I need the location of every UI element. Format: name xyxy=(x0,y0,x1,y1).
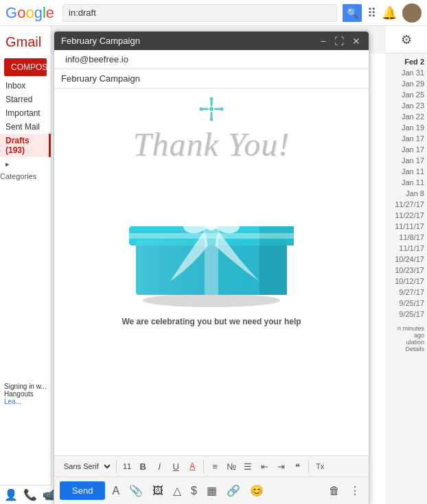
date-item-1012: 10/12/17 xyxy=(386,276,427,287)
italic-button[interactable]: I xyxy=(152,459,167,474)
sidebar-item-inbox[interactable]: Inbox xyxy=(0,79,51,93)
svg-point-6 xyxy=(210,118,214,121)
google-logo: Google xyxy=(5,4,54,22)
grid-icon[interactable]: ⠿ xyxy=(367,5,376,21)
indent-less-button[interactable]: ⇤ xyxy=(257,459,272,474)
format-toolbar: Sans Serif 11 B I U A ≡ № ☰ ⇤ ⇥ ❝ Tx xyxy=(54,455,369,477)
unordered-list-button[interactable]: ☰ xyxy=(240,459,255,474)
date-item-jan31: Jan 31 xyxy=(386,67,427,78)
svg-point-0 xyxy=(209,107,214,111)
to-value[interactable]: info@beefree.io xyxy=(65,54,128,64)
insert-money-button[interactable]: $ xyxy=(188,483,200,499)
date-item-1111: 11/11/17 xyxy=(386,221,427,232)
subject-value[interactable]: February Campaign xyxy=(61,73,140,84)
search-button[interactable]: 🔍 xyxy=(343,4,362,22)
delete-button[interactable]: 🗑 xyxy=(326,483,343,499)
attach-drive-button[interactable]: △ xyxy=(170,483,184,499)
top-bar: Google in:draft 🔍 ⠿ 🔔 xyxy=(0,0,427,26)
search-input[interactable]: in:draft xyxy=(69,8,331,18)
date-item-925a: 9/25/17 xyxy=(386,298,427,309)
indent-more-button[interactable]: ⇥ xyxy=(273,459,288,474)
hangouts-area: 👤 📞 📹 xyxy=(0,485,51,504)
quote-button[interactable]: ❝ xyxy=(290,459,305,474)
gmail-settings-area: ⚙ xyxy=(386,26,427,53)
svg-point-8 xyxy=(220,108,224,111)
bottom-text: We are celebrating you but we need your … xyxy=(108,314,314,329)
date-item-jan17c: Jan 17 xyxy=(386,155,427,166)
email-date-list: Fed 2 Jan 31 Jan 29 Jan 25 Jan 23 Jan 22… xyxy=(386,53,427,504)
svg-point-5 xyxy=(210,97,214,101)
sidebar-item-categories[interactable]: ▸ Categories xyxy=(0,158,42,182)
avatar[interactable] xyxy=(402,3,422,23)
date-item-jan29: Jan 29 xyxy=(386,78,427,89)
separator-2 xyxy=(203,460,204,472)
minimize-button[interactable]: − xyxy=(319,36,327,46)
insert-link-button[interactable]: 🔗 xyxy=(224,483,243,499)
gmail-sidebar: Gmail COMPOSE Inbox Starred Important Se… xyxy=(0,26,51,504)
hangouts-person-icon[interactable]: 👤 xyxy=(4,488,18,501)
date-item-jan11a: Jan 11 xyxy=(386,166,427,177)
subject-field[interactable]: February Campaign xyxy=(54,69,369,88)
thank-you-text: Thank You! xyxy=(133,127,290,163)
learn-more-link[interactable]: Lea... xyxy=(4,398,47,405)
font-size-display: 11 xyxy=(120,462,134,470)
date-item-927: 9/27/17 xyxy=(386,287,427,298)
top-icons: ⠿ 🔔 xyxy=(367,3,422,23)
underline-button[interactable]: U xyxy=(168,459,183,474)
gear-icon[interactable]: ⚙ xyxy=(401,32,412,47)
date-item-jan11b: Jan 11 xyxy=(386,177,427,188)
text-color-button[interactable]: A xyxy=(185,459,200,474)
date-item-jan8: Jan 8 xyxy=(386,188,427,199)
date-item-1023: 10/23/17 xyxy=(386,265,427,276)
date-item-1024: 10/24/17 xyxy=(386,254,427,265)
sidebar-item-important[interactable]: Important xyxy=(0,106,51,120)
date-item-1127: 11/27/17 xyxy=(386,199,427,210)
separator-1 xyxy=(116,460,117,472)
attach-file-button[interactable]: 📎 xyxy=(126,483,146,499)
date-item-jan17a: Jan 17 xyxy=(386,133,427,144)
date-item-feb2: Fed 2 xyxy=(386,56,427,67)
close-button[interactable]: ✕ xyxy=(351,36,362,46)
compose-bottom-bar: Send A 📎 🖼 △ $ ▦ 🔗 😊 🗑 ⋮ xyxy=(54,477,369,504)
hangouts-phone-icon[interactable]: 📞 xyxy=(23,488,37,501)
signing-notification: Signing in w... Hangouts Lea... xyxy=(0,380,51,408)
svg-rect-17 xyxy=(129,233,294,239)
date-item-jan17b: Jan 17 xyxy=(386,144,427,155)
gift-box xyxy=(102,171,321,309)
date-item-925b: 9/25/17 xyxy=(386,309,427,320)
format-text-icon-btn[interactable]: A xyxy=(109,483,122,499)
send-button[interactable]: Send xyxy=(60,481,105,500)
svg-point-7 xyxy=(200,108,203,111)
sidebar-nav: Inbox Starred Important Sent Mail Drafts… xyxy=(0,79,51,182)
expand-button[interactable]: ⛶ xyxy=(333,36,345,46)
search-bar: in:draft xyxy=(62,4,337,22)
remove-format-button[interactable]: Tx xyxy=(312,459,327,474)
compose-button[interactable]: COMPOSE xyxy=(4,58,47,76)
modal-titlebar: February Campaign − ⛶ ✕ xyxy=(54,32,369,50)
sidebar-item-drafts[interactable]: Drafts (193) xyxy=(0,134,51,157)
email-preview: Thank You! xyxy=(54,88,369,455)
gmail-label: Gmail xyxy=(0,32,51,56)
svg-point-9 xyxy=(143,293,280,307)
separator-3 xyxy=(308,460,309,472)
footer-text-2: ulation Details xyxy=(389,339,424,352)
font-family-select[interactable]: Sans Serif xyxy=(58,460,113,472)
svg-rect-16 xyxy=(205,245,218,295)
date-item-118: 11/8/17 xyxy=(386,232,427,243)
bold-button[interactable]: B xyxy=(135,459,150,474)
ordered-list-button[interactable]: № xyxy=(224,459,239,474)
bell-icon[interactable]: 🔔 xyxy=(382,5,397,21)
compose-body[interactable]: Thank You! xyxy=(54,88,369,455)
insert-image-button[interactable]: ▦ xyxy=(204,483,220,499)
more-options-button[interactable]: ⋮ xyxy=(347,483,363,499)
modal-controls: − ⛶ ✕ xyxy=(319,36,362,46)
emoji-button[interactable]: 😊 xyxy=(247,483,266,499)
to-field[interactable]: info@beefree.io xyxy=(54,50,369,69)
date-item-jan19: Jan 19 xyxy=(386,122,427,133)
sidebar-item-sent[interactable]: Sent Mail xyxy=(0,120,51,134)
sidebar-item-starred[interactable]: Starred xyxy=(0,93,51,106)
date-item-jan22: Jan 22 xyxy=(386,111,427,122)
align-button[interactable]: ≡ xyxy=(207,459,222,474)
date-item-111: 11/1/17 xyxy=(386,243,427,254)
attach-photo-button[interactable]: 🖼 xyxy=(150,483,166,499)
